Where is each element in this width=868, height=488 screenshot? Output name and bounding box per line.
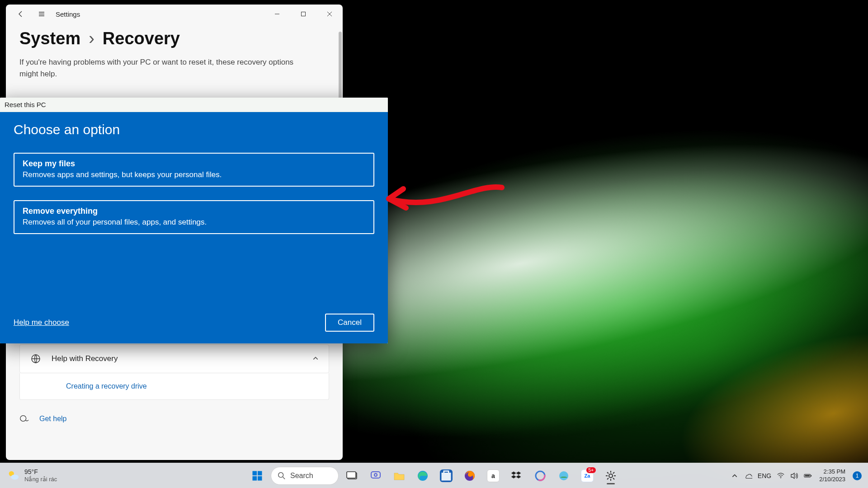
svg-point-13 xyxy=(374,474,377,476)
firefox-icon xyxy=(463,469,476,482)
gear-icon xyxy=(604,469,617,482)
option-remove-everything[interactable]: Remove everything Removes all of your pe… xyxy=(14,200,374,234)
clock-time: 2:35 PM xyxy=(819,468,845,475)
app-title: Settings xyxy=(56,10,80,18)
search-icon xyxy=(278,472,286,480)
notification-count[interactable]: 1 xyxy=(853,471,862,480)
svg-rect-7 xyxy=(253,476,257,480)
svg-rect-5 xyxy=(253,471,257,475)
edge-icon xyxy=(416,469,429,482)
breadcrumb: System › Recovery xyxy=(6,23,343,48)
task-view-icon xyxy=(346,469,359,482)
weather-widget[interactable]: 95°F Nắng rải rác xyxy=(6,469,57,482)
amazon-icon: a xyxy=(487,469,500,482)
wifi-icon[interactable] xyxy=(777,472,785,480)
weather-icon xyxy=(6,469,20,482)
reset-pc-dialog: Reset this PC Choose an option Keep my f… xyxy=(0,98,388,343)
globe-icon xyxy=(557,469,570,482)
option-desc: Removes all of your personal files, apps… xyxy=(23,218,365,227)
reset-dialog-title: Reset this PC xyxy=(0,98,388,112)
svg-rect-11 xyxy=(347,472,356,478)
help-row-label: Help with Recovery xyxy=(52,354,118,363)
page-description: If you're having problems with your PC o… xyxy=(6,48,322,89)
svg-rect-15 xyxy=(442,473,451,481)
zalo-badge: 5+ xyxy=(586,467,596,474)
back-button[interactable] xyxy=(10,5,31,23)
taskbar-search[interactable]: Search xyxy=(271,467,339,485)
taskbar-edge[interactable] xyxy=(413,466,433,486)
taskbar-explorer[interactable] xyxy=(389,466,409,486)
reset-heading: Choose an option xyxy=(14,122,374,137)
chevron-up-icon xyxy=(312,355,319,363)
option-title: Keep my files xyxy=(23,159,365,169)
help-sub-panel: Creating a recovery drive xyxy=(19,373,329,400)
help-icon xyxy=(19,413,30,424)
svg-rect-23 xyxy=(811,475,812,476)
option-desc: Removes apps and settings, but keeps you… xyxy=(23,170,365,179)
close-button[interactable] xyxy=(316,5,343,23)
breadcrumb-parent[interactable]: System xyxy=(19,29,80,48)
taskbar-copilot[interactable] xyxy=(530,466,550,486)
get-help-label: Get help xyxy=(39,415,66,423)
svg-point-9 xyxy=(278,472,283,477)
taskbar-amazon[interactable]: a xyxy=(483,466,503,486)
weather-condition: Nắng rải rác xyxy=(24,476,57,483)
volume-icon[interactable] xyxy=(790,472,798,480)
svg-point-19 xyxy=(559,471,568,480)
svg-rect-12 xyxy=(371,472,380,478)
folder-icon xyxy=(393,469,406,482)
svg-rect-6 xyxy=(258,471,262,475)
taskbar: 95°F Nắng rải rác Search xyxy=(0,463,868,488)
globe-icon xyxy=(30,353,42,365)
taskbar-store[interactable] xyxy=(436,466,456,486)
cancel-button[interactable]: Cancel xyxy=(325,314,374,332)
svg-rect-24 xyxy=(805,475,810,476)
store-icon xyxy=(440,469,453,482)
taskbar-firefox[interactable] xyxy=(460,466,480,486)
taskbar-chat[interactable] xyxy=(366,466,386,486)
start-button[interactable] xyxy=(247,466,267,486)
hamburger-button[interactable] xyxy=(31,5,52,23)
creating-recovery-drive-link[interactable]: Creating a recovery drive xyxy=(66,382,147,390)
clock-date: 2/10/2023 xyxy=(819,476,845,483)
get-help-link[interactable]: Get help xyxy=(6,400,343,424)
taskbar-app-globe[interactable] xyxy=(554,466,574,486)
search-label: Search xyxy=(290,472,313,480)
svg-point-4 xyxy=(11,475,19,480)
system-tray[interactable]: ENG xyxy=(731,472,812,480)
settings-titlebar: Settings xyxy=(6,5,343,23)
onedrive-icon[interactable] xyxy=(744,472,752,480)
taskbar-dropbox[interactable] xyxy=(507,466,527,486)
taskbar-settings[interactable] xyxy=(601,466,621,486)
maximize-button[interactable] xyxy=(290,5,316,23)
language-indicator[interactable]: ENG xyxy=(758,472,771,479)
dropbox-icon xyxy=(510,469,523,482)
breadcrumb-current: Recovery xyxy=(103,29,180,48)
copilot-icon xyxy=(534,469,547,482)
svg-point-20 xyxy=(609,474,613,478)
svg-rect-8 xyxy=(258,476,262,480)
svg-point-21 xyxy=(780,478,781,479)
help-me-choose-link[interactable]: Help me choose xyxy=(14,318,69,327)
minimize-button[interactable] xyxy=(264,5,290,23)
svg-rect-0 xyxy=(302,12,306,16)
battery-icon[interactable] xyxy=(804,472,812,480)
svg-point-2 xyxy=(20,416,26,422)
chat-icon xyxy=(369,469,382,482)
taskbar-clock[interactable]: 2:35 PM 2/10/2023 xyxy=(819,468,845,483)
help-with-recovery-row[interactable]: Help with Recovery xyxy=(19,344,329,373)
weather-temp: 95°F xyxy=(24,469,57,475)
taskbar-zalo[interactable]: Za 5+ xyxy=(577,466,597,486)
option-keep-my-files[interactable]: Keep my files Removes apps and settings,… xyxy=(14,153,374,187)
task-view-button[interactable] xyxy=(342,466,362,486)
tray-overflow-icon[interactable] xyxy=(731,472,739,480)
option-title: Remove everything xyxy=(23,206,365,216)
windows-logo-icon xyxy=(251,469,264,482)
breadcrumb-separator: › xyxy=(89,29,94,48)
